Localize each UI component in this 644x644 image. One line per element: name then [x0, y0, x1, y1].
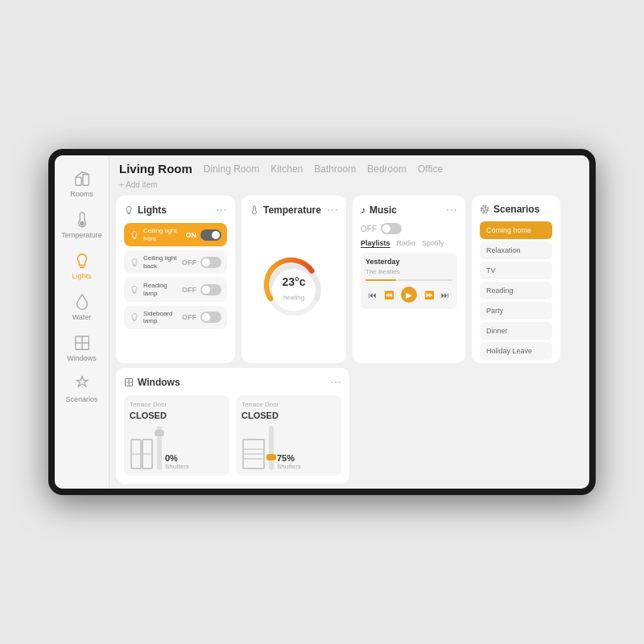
music-card-title: ♪ Music — [361, 204, 397, 216]
scenario-dinner[interactable]: Dinner — [480, 322, 552, 340]
scenario-party[interactable]: Party — [480, 302, 552, 320]
play-button[interactable]: ▶ — [401, 287, 417, 303]
progress-bar — [365, 279, 452, 281]
sidebar-item-water[interactable]: Water — [55, 287, 109, 328]
sidebar-item-windows[interactable]: Windows — [55, 328, 109, 369]
scenarios-card-header: Scenarios — [480, 204, 552, 215]
sidebar-item-scenarios[interactable]: Scenarios — [55, 369, 109, 410]
music-off-label: OFF — [361, 225, 377, 233]
window-door-icon-2 — [242, 438, 266, 470]
light-bulb-icon-4 — [130, 312, 139, 322]
temp-card-header: Temperature ⋯ — [250, 204, 338, 217]
light-item-ceiling-back: Ceiling light back OFF — [124, 250, 227, 274]
shutter-slider-1 — [157, 426, 162, 470]
toggle-reading[interactable] — [200, 284, 221, 295]
light-label-ceiling-front: Ceiling light front — [143, 227, 182, 242]
lights-title-label: Lights — [138, 204, 167, 216]
sidebar-label-water: Water — [72, 313, 92, 321]
music-tab-radio[interactable]: Radio — [397, 239, 416, 248]
tab-kitchen[interactable]: Kitchen — [270, 163, 303, 175]
light-label-ceiling-back: Ceiling light back — [143, 254, 178, 270]
music-artist: The Beatles — [365, 268, 452, 275]
window-item-1: Terrace Door CLOSED — [124, 395, 229, 476]
windows-menu-icon[interactable]: ⋯ — [330, 376, 341, 389]
music-tab-playlists[interactable]: Playlists — [361, 239, 390, 248]
svg-rect-0 — [75, 177, 80, 185]
temp-title-label: Temperature — [263, 204, 321, 216]
music-title-label: Music — [369, 204, 397, 216]
window-pct-2: 75% — [277, 453, 301, 463]
scenario-coming-home[interactable]: Coming home — [480, 221, 552, 239]
sidebar-item-lights[interactable]: Lights — [55, 246, 109, 287]
music-note-icon: ♪ — [361, 204, 365, 216]
light-item-reading: Reading lamp OFF — [124, 278, 227, 301]
bottom-row: Windows ⋯ Terrace Door CLOSED — [109, 368, 589, 489]
music-card: ♪ Music ⋯ OFF Playlists Radio Spotify — [353, 196, 465, 363]
music-tabs: Playlists Radio Spotify — [361, 239, 457, 248]
toggle-ceiling-back[interactable] — [200, 257, 221, 268]
room-tabs: Living Room Dining Room Kitchen Bathroom… — [109, 155, 589, 179]
prev-button[interactable]: ⏮ — [369, 291, 377, 299]
window-item-2: Terrace Door CLOSED — [236, 395, 341, 476]
shutter-handle-1[interactable] — [155, 430, 164, 436]
gauge-label: 23°c heating — [283, 275, 306, 303]
temperature-card: Temperature ⋯ — [242, 196, 346, 363]
tab-bedroom[interactable]: Bedroom — [367, 163, 407, 175]
tab-living-room[interactable]: Living Room — [119, 162, 192, 175]
rewind-button[interactable]: ⏪ — [384, 291, 394, 299]
next-button[interactable]: ⏭ — [441, 291, 449, 299]
light-item-ceiling-front: Ceiling light front ON — [124, 223, 227, 246]
thermometer-icon — [250, 205, 259, 215]
lights-menu-icon[interactable]: ⋯ — [216, 204, 227, 217]
tab-office[interactable]: Office — [418, 163, 443, 175]
music-controls: ⏮ ⏪ ▶ ⏩ ⏭ — [365, 285, 452, 304]
light-bulb-icon — [130, 230, 139, 240]
music-player: Yesterday The Beatles ⏮ ⏪ ▶ ⏩ ⏭ — [361, 253, 457, 309]
windows-inner: Terrace Door CLOSED — [124, 395, 341, 476]
svg-rect-1 — [82, 175, 88, 186]
windows-card-title: Windows — [124, 377, 180, 388]
tablet-screen: Rooms Temperature Lights — [55, 155, 589, 489]
light-status-ceiling-back: OFF — [182, 258, 196, 266]
light-label-sideboard: Sideboard lamp — [143, 310, 178, 325]
tab-dining-room[interactable]: Dining Room — [204, 163, 259, 175]
toggle-ceiling-front[interactable] — [200, 229, 221, 241]
lights-card: Lights ⋯ Ceiling light front ON — [116, 196, 235, 363]
scenarios-card-title: Scenarios — [480, 204, 539, 215]
temp-card-title: Temperature — [250, 204, 321, 216]
window-status-1: CLOSED — [130, 411, 224, 420]
sidebar-label-temperature: Temperature — [61, 231, 102, 239]
music-tab-spotify[interactable]: Spotify — [422, 239, 444, 248]
sidebar-item-rooms[interactable]: Rooms — [55, 163, 109, 204]
tab-bathroom[interactable]: Bathroom — [314, 163, 356, 175]
sidebar-label-windows: Windows — [67, 354, 97, 362]
shutter-slider-2 — [269, 426, 274, 470]
shutter-handle-2[interactable] — [266, 454, 276, 460]
window-pct-1: 0% — [165, 453, 189, 463]
windows-title-label: Windows — [138, 377, 180, 388]
forward-button[interactable]: ⏩ — [424, 291, 434, 299]
scenario-tv[interactable]: TV — [480, 262, 552, 279]
light-bulb-icon-3 — [130, 285, 139, 295]
light-label-reading: Reading lamp — [143, 282, 178, 297]
window-door-icon-1 — [130, 438, 154, 470]
scenario-relaxation[interactable]: Relaxation — [480, 242, 552, 259]
shutter-area-2: 75% Shutters — [242, 426, 336, 470]
window-label-1: Terrace Door — [130, 401, 224, 408]
light-item-sideboard: Sideboard lamp OFF — [124, 306, 227, 329]
music-toggle[interactable] — [381, 223, 402, 234]
window-status-2: CLOSED — [242, 411, 336, 420]
temp-menu-icon[interactable]: ⋯ — [327, 204, 338, 217]
gauge-sub: heating — [283, 294, 304, 301]
scenario-reading[interactable]: Reading — [480, 282, 552, 299]
light-status-sideboard: OFF — [182, 313, 196, 321]
bulb-icon — [124, 205, 134, 215]
sidebar-item-temperature[interactable]: Temperature — [55, 204, 109, 246]
scenario-holiday[interactable]: Holiday Leave — [480, 342, 552, 360]
add-item-button[interactable]: + Add item — [109, 179, 589, 191]
sidebar-label-rooms: Rooms — [70, 190, 93, 198]
toggle-sideboard[interactable] — [200, 312, 221, 323]
music-menu-icon[interactable]: ⋯ — [446, 204, 457, 217]
svg-point-2 — [80, 221, 84, 225]
sidebar-label-scenarios: Scenarios — [65, 395, 97, 403]
